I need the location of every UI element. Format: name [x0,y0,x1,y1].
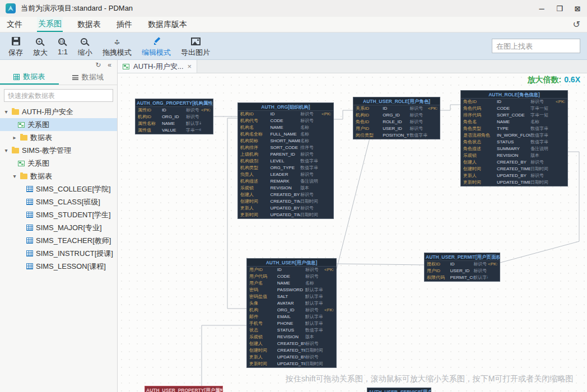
sync-icon[interactable] [573,19,580,30]
field-name: 更新人 [463,172,497,179]
field-type: 日期时间 [300,212,322,218]
tree-item-table[interactable]: SIMS_COLLEGE[学院] [0,183,117,195]
diagram-icon [18,122,25,128]
tab-datatable[interactable]: 数据表 [0,70,59,85]
tree-item-table[interactable]: SIMS_TEACHER[教师] [0,234,117,247]
tree-item-table[interactable]: SIMS_LESSON[课程] [0,260,117,273]
tab-datadomain[interactable]: 数据域 [59,70,118,85]
one-to-one-button[interactable]: 1:11:1 [54,35,72,59]
field-code: ID [383,105,409,112]
tree-item-folder[interactable]: ▾AUTH-用户安全 [0,105,117,118]
entity-user-role[interactable]: AUTH_USER_ROLE[用户角色]关系IDID标识号<PK>机构IDORG… [353,97,440,139]
find-table-input[interactable] [492,39,580,53]
field-code: ID [277,267,305,273]
edit-mode-button[interactable]: 编辑模式 [138,35,175,59]
field-name: 手机号 [249,320,277,327]
tool-button-label: 导出图片 [181,48,210,58]
menu-item-plugin[interactable]: 插件 [115,17,133,32]
tree-item-diagram[interactable]: 关系图 [0,118,117,131]
minimize-icon[interactable] [538,4,546,13]
folder-icon [12,109,19,115]
field-key [322,205,331,212]
tree-item-table[interactable]: SIMS_MAJOR[专业] [0,221,117,234]
field-code: REVISION [497,152,530,159]
field-type: 名称 [300,138,322,144]
field-key [324,340,334,347]
collapse-sidebar-icon[interactable] [108,61,111,70]
field-key: <PK> [201,107,211,114]
entity-org[interactable]: AUTH_ORG[组织机构]机构IDID标识号<PK>机构代号CODE标识号机构… [237,102,334,219]
menu-item-datatable[interactable]: 数据表 [76,17,102,32]
maximize-icon[interactable] [556,4,563,13]
tree-item-folder[interactable]: ▾SIMS-教学管理 [0,144,117,157]
tree-item-table[interactable]: SIMS_CLASS[班级] [0,195,117,208]
tab-close-icon[interactable] [188,62,192,71]
zoom-in-button[interactable]: +放大 [29,35,52,59]
export-image-button[interactable]: 导出图片 [177,35,214,59]
tree-item-table[interactable]: SIMS_INSTRUCT[授课] [0,247,117,260]
field-name: 乐观锁 [463,152,497,159]
entity-field-row: 机构IDID标识号<PK> [238,111,333,118]
field-type: 标识号 [186,114,201,120]
er-diagram-canvas[interactable]: 放大倍数:0.6X 按住shift可拖动关系图，滚动鼠标可放大缩小关系图，按下M… [118,73,587,392]
field-code: NAME [277,280,305,287]
field-name: 属性值 [138,127,162,134]
chevron-right-icon[interactable]: ▸ [12,134,17,141]
search-table-input[interactable] [4,89,113,102]
chevron-down-icon[interactable]: ▾ [3,147,9,153]
entity-user-property[interactable]: AUTH_USER_PROPERTY[用户属性] [145,386,223,392]
entity-org-property[interactable]: AUTH_ORG_PROPERTY[机构属性]属性IDID标识号<PK>机构ID… [135,99,213,134]
entity-field-row: 更新人UPDATED_BY标识号 [461,172,567,179]
field-code: UPDATED_TIME [277,361,305,367]
field-name: 更新时间 [249,361,277,367]
entity-field-row: 更新人UPDATED_BY标识号 [238,205,333,212]
field-code: PASSWORD [277,287,305,293]
field-code: ID [497,99,530,105]
refresh-icon[interactable] [95,61,101,70]
menubar: 文件关系图数据表插件数据库版本 [0,17,587,32]
field-key: <PK> [322,111,331,118]
tree-item-label: SIMS_CLASS[班级] [36,197,100,207]
tree-item-folder[interactable]: ▾数据表 [0,170,117,183]
field-name: 机构 [249,307,277,314]
field-code: REVISION [277,334,305,340]
field-key [201,127,211,134]
field-name: 密码 [249,287,277,293]
drag-mode-button[interactable]: 拖拽模式 [99,35,136,59]
save-button[interactable]: 保存 [4,35,27,59]
field-key [201,114,211,120]
entity-role[interactable]: AUTH_ROLE[角色信息]角色IDID标识号<PK>角色代码CODE字串一短… [460,90,568,186]
window-title: 当前为演示项目:standard - PDMan [21,3,133,13]
chevron-down-icon[interactable]: ▾ [3,109,9,115]
entity-field-row: 上级机构PARENT_ID标识号 [238,151,333,158]
tree-item-table[interactable]: SIMS_STUDENT[学生] [0,208,117,221]
menu-item-db-version[interactable]: 数据库版本 [147,17,188,32]
module-tree: ▾AUTH-用户安全关系图▸数据表▾SIMS-教学管理关系图▾数据表SIMS_C… [0,105,117,273]
canvas-hint: 按住shift可拖动关系图，滚动鼠标可放大缩小关系图，按下M可打开或者关闭缩略图 [286,374,573,384]
field-name: 机构排序 [240,144,270,151]
tree-item-label: 关系图 [27,158,49,169]
field-key [488,268,497,274]
entity-user[interactable]: AUTH_USER[用户信息]用户IDID标识号<PK>用户代码CODE标识号用… [246,258,337,368]
menu-item-file[interactable]: 文件 [6,17,24,32]
field-name: 机构级别 [240,158,270,165]
close-icon[interactable] [574,4,581,13]
field-key: <FK> [324,307,334,314]
field-code: SORT_CODE [270,144,300,151]
field-name: 属性ID [138,107,162,114]
diagram-icon [18,161,25,166]
tree-item-folder[interactable]: ▸数据表 [0,131,117,144]
entity-user-service[interactable]: AUTH_USER_SERVICE[用户业务范围] [367,388,431,392]
tree-item-diagram[interactable]: 关系图 [0,157,117,170]
field-type: 标识号 [300,171,322,178]
field-code: PARENT_ID [270,151,300,158]
menu-item-diagram[interactable]: 关系图 [37,17,63,32]
chevron-down-icon[interactable]: ▾ [12,173,17,179]
canvas-tab-auth[interactable]: AUTH-用户安... [118,60,197,73]
field-name: 角色ID [463,99,497,105]
entity-user-permit[interactable]: AUTH_USER_PERMIT[用户页面权限]授权IDID标识号<PK>用户I… [424,253,500,282]
entity-field-row: 角色类型TYPE数值字串 [461,125,567,132]
field-code: ID [270,111,300,118]
zoom-out-icon: − [81,38,87,45]
zoom-out-button[interactable]: −缩小 [74,35,96,59]
